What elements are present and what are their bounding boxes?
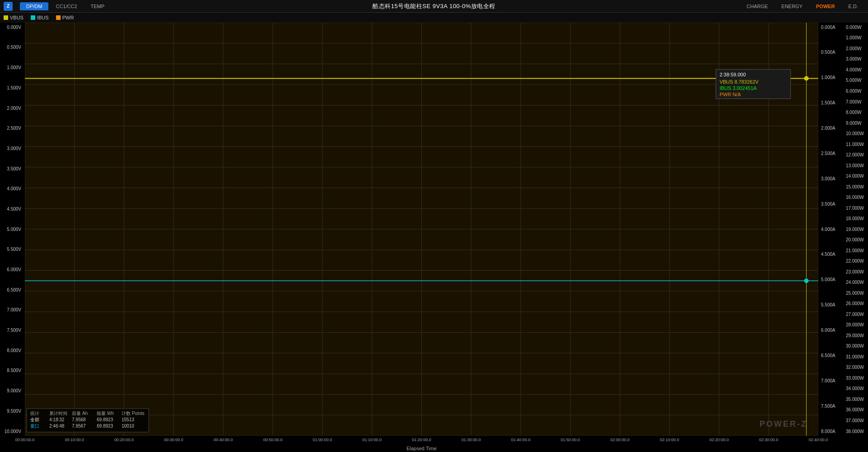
y-label-power-30: 30.000W [844,342,867,351]
y-label-power-37: 37.000W [844,416,867,425]
y-label-voltage-14: 7.000V [1,306,23,315]
y-label-current-10: 5.000A [819,275,842,284]
y-label-voltage-20: 10.000V [1,427,23,436]
btn-energy[interactable]: ENERGY [775,2,809,10]
y-label-voltage-18: 9.000V [1,386,23,396]
btn-ed[interactable]: E.D. [842,2,864,10]
legend-ibus: IBUS [31,15,49,20]
y-axis-voltage: 10.000V9.500V9.000V8.500V8.000V7.500V7.0… [0,23,25,436]
y-label-power-35: 35.000W [844,395,867,404]
y-label-power-33: 33.000W [844,373,867,382]
y-label-current-1: 0.500A [819,48,842,57]
x-label-15: 02:30:00.0 [759,438,778,442]
x-label-14: 02:20:00.0 [709,438,729,442]
x-label-4: 00:40:00.0 [213,438,233,442]
y-label-power-36: 36.000W [844,405,867,414]
legend-pwr: PWR [56,15,74,20]
x-label-8: 01:20:00.0 [412,438,431,442]
svg-text:VBUS 8.783262V: VBUS 8.783262V [720,79,759,85]
svg-text:10010: 10010 [122,424,134,428]
x-label-12: 02:00:00.0 [610,438,630,442]
y-label-voltage-9: 4.500V [1,204,23,213]
y-label-voltage-7: 3.500V [1,164,23,173]
x-label-6: 01:00:00.0 [313,438,332,442]
svg-point-44 [804,76,809,80]
y-label-power-4: 4.000W [844,65,867,74]
y-label-power-25: 25.000W [844,288,867,297]
svg-text:PWR      N/A: PWR N/A [720,92,741,97]
y-label-power-24: 24.000W [844,278,867,287]
y-label-current-13: 6.500A [819,351,842,360]
svg-rect-1 [31,15,35,20]
btn-charge[interactable]: CHARGE [741,2,774,10]
y-label-power-23: 23.000W [844,267,867,276]
y-label-power-8: 8.000W [844,108,867,117]
y-label-current-2: 1.000A [819,73,842,82]
y-label-power-1: 1.000W [844,33,867,42]
svg-text:7.9568: 7.9568 [72,417,86,422]
svg-rect-0 [4,15,8,20]
chart-plot[interactable]: 2:38:59.000VBUS 8.783262VIBUS 3.002451AP… [25,23,818,436]
chart-title: 酷态科15号电能柱SE 9V3A 100-0%放电全程 [373,2,495,10]
svg-text:2:46:48: 2:46:48 [49,424,65,428]
svg-text:容量 Ah: 容量 Ah [72,411,88,416]
x-label-5: 00:50:00.0 [263,438,283,442]
y-label-current-3: 1.500A [819,99,842,108]
ibus-icon [31,15,35,20]
svg-text:窗口: 窗口 [30,424,39,428]
y-label-voltage-16: 8.000V [1,346,23,355]
tab-temp[interactable]: TEMP [85,2,111,10]
y-label-power-10: 10.000W [844,129,867,138]
y-label-power-28: 28.000W [844,320,867,330]
y-label-power-38: 38.000W [844,427,867,436]
svg-text:累计时间: 累计时间 [49,411,67,416]
svg-point-45 [804,278,809,283]
legend-ibus-label: IBUS [37,15,49,20]
y-label-power-15: 15.000W [844,182,867,191]
y-label-current-11: 5.500A [819,301,842,310]
y-label-voltage-5: 2.500V [1,124,23,133]
nav-logo: Z [4,2,13,11]
y-label-voltage-13: 6.500V [1,285,23,294]
svg-text:4:18:32: 4:18:32 [49,417,65,422]
x-label-0: 00:00:00.0 [15,438,35,442]
legend: VBUS IBUS PWR [0,13,868,23]
svg-text:统计: 统计 [30,411,39,416]
y-label-power-26: 26.000W [844,299,867,308]
svg-text:全部: 全部 [30,417,39,422]
y-label-current-7: 3.500A [819,199,842,208]
y-label-power-21: 21.000W [844,246,867,255]
svg-text:IBUS 3.002451A: IBUS 3.002451A [720,85,757,91]
top-nav: Z DP/DM CC1/CC2 TEMP 酷态科15号电能柱SE 9V3A 10… [0,0,868,13]
btn-power[interactable]: POWER [810,2,841,10]
y-label-power-6: 6.000W [844,87,867,96]
y-label-voltage-8: 4.000V [1,184,23,193]
vbus-icon [4,15,8,20]
y-label-power-34: 34.000W [844,384,867,393]
x-axis: 00:00:00.000:10:00.000:20:00.000:30:00.0… [25,436,818,445]
y-label-voltage-10: 5.000V [1,225,23,234]
legend-pwr-label: PWR [62,15,74,20]
tab-dp-dm[interactable]: DP/DM [20,2,48,10]
y-label-power-27: 27.000W [844,310,867,319]
y-label-power-0: 0.000W [844,23,867,32]
y-label-power-11: 11.000W [844,140,867,149]
logo-icon: Z [4,2,13,11]
x-label-16: 02:40:00.0 [809,438,828,442]
chart-container[interactable]: 10.000V9.500V9.000V8.500V8.000V7.500V7.0… [0,23,868,436]
nav-right-buttons: CHARGE ENERGY POWER E.D. [741,2,865,10]
tab-cc1-cc2[interactable]: CC1/CC2 [49,2,83,10]
y-label-power-22: 22.000W [844,257,867,266]
svg-text:能量 Wh: 能量 Wh [97,411,114,416]
y-label-voltage-2: 1.000V [1,63,23,72]
y-label-current-9: 4.500A [819,250,842,259]
x-label-13: 02:10:00.0 [660,438,679,442]
y-label-power-2: 2.000W [844,44,867,53]
y-label-current-15: 7.500A [819,401,842,410]
svg-text:2:38:59.000: 2:38:59.000 [720,72,746,77]
y-label-power-9: 9.000W [844,118,867,127]
y-label-power-20: 20.000W [844,235,867,245]
y-label-voltage-11: 5.500V [1,245,23,254]
y-label-power-32: 32.000W [844,363,867,372]
y-label-current-14: 7.000A [819,376,842,385]
